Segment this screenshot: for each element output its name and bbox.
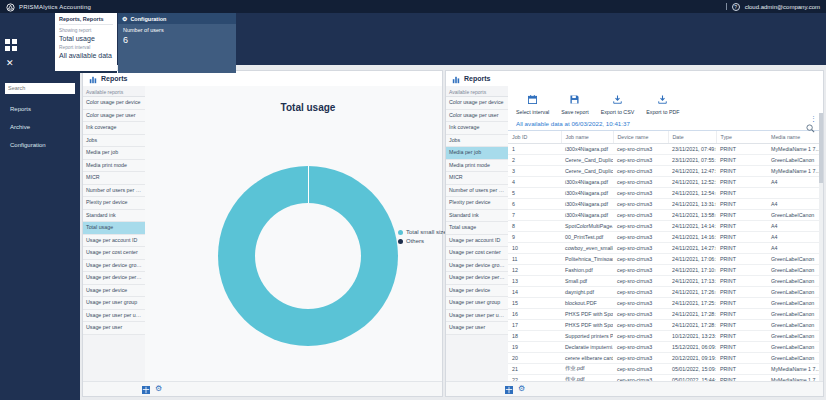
report-list-item[interactable]: MICR [83,172,145,185]
sidebar-item[interactable]: Reports [5,106,75,112]
report-list-item[interactable]: Media print mode [446,160,508,173]
report-list-item[interactable]: Plexity per device [446,197,508,210]
interval-text[interactable]: All available data at 06/03/2022, 10:41:… [516,120,630,127]
report-list-item[interactable]: Number of users per device [446,185,508,198]
table-row[interactable]: 19 Declaratie imputerni... cep-sro-cirru… [508,341,821,352]
report-list-item[interactable]: Usage per device per dev... [446,272,508,285]
column-header[interactable]: Date [668,131,716,143]
table-row[interactable]: 17 PHXS PDF with Spot ... cep-sro-cirrus… [508,319,821,330]
report-list-item[interactable]: Usage per device [446,285,508,298]
column-header[interactable]: Job name [561,131,613,143]
save-report-button[interactable]: Save report [561,90,588,115]
export-csv-button[interactable]: Export to CSV [601,90,635,115]
help-icon[interactable]: ? [732,3,740,11]
table-row[interactable]: 13 Small.pdf cep-sro-cirrus3 24/11/2021,… [508,275,821,286]
report-list-item[interactable]: Ink coverage [446,122,508,135]
column-options-icon[interactable]: ⋮ [810,115,817,122]
bar-chart-icon [452,70,460,88]
table-row[interactable]: 7 i300x4Niagara.pdf cep-sro-cirrus3 24/1… [508,209,821,220]
report-list-item[interactable]: Color usage per device [83,97,145,110]
table-row[interactable]: 21 作业.pdf cep-sro-cirrus3 05/01/2022, 15… [508,363,821,374]
table-row[interactable]: 10 cowboy_even_smalle... cep-sro-cirrus3… [508,242,821,253]
user-email[interactable]: cloud.admin@company.com [745,4,820,10]
table-row[interactable]: 20 cerere eliberare card ... cep-sro-cir… [508,352,821,363]
report-list-item[interactable]: Media per job [83,147,145,160]
report-list-item[interactable]: Total usage [446,222,508,235]
table-row[interactable]: 8 SpotColorMultiPage... cep-sro-cirrus3 … [508,220,821,231]
column-header[interactable]: Device name [613,131,668,143]
report-list-item[interactable]: Usage per cost center [446,247,508,260]
table-row[interactable]: 6 i300x4Niagara.pdf cep-sro-cirrus3 24/1… [508,198,821,209]
report-list-item[interactable]: Plexity per device [83,197,145,210]
report-list-item-label: Usage per device [449,287,490,293]
column-header[interactable]: Job ID [508,131,561,143]
report-list-item-label: Usage per user per user g... [449,312,508,318]
table-scrollbar[interactable] [819,113,823,381]
sidebar-item[interactable]: Configuration [5,142,75,148]
table-row[interactable]: 9 00_PrintTest.pdf cep-sro-cirrus3 24/11… [508,231,821,242]
close-icon[interactable]: ✕ [6,58,14,68]
report-list-item[interactable]: Usage per user [83,322,145,335]
report-list-item[interactable]: Color usage per device [446,97,508,110]
table-row[interactable]: 11 Politehnica_Timisoar... cep-sro-cirru… [508,253,821,264]
report-list-item[interactable]: Usage per account ID [446,235,508,248]
table-scrollbar-thumb[interactable] [819,113,823,183]
report-list-item[interactable]: Jobs [446,135,508,148]
chart-settings-gear-icon[interactable]: ⚙ [155,385,162,393]
table-view-icon[interactable] [505,380,513,398]
report-list-item[interactable]: Color usage per user [83,110,145,123]
report-list-item[interactable]: Standard ink [83,210,145,223]
table-toolbar: Select interval Save report Export to CS… [508,86,823,117]
report-list-item[interactable]: Media per job [446,147,508,160]
report-list-item[interactable]: Ink coverage [83,122,145,135]
report-list-item-label: Usage per user [449,324,485,330]
cell-job-name: Small.pdf [561,275,613,286]
report-list-item[interactable]: Usage per user group [446,297,508,310]
export-pdf-button[interactable]: Export to PDF [646,90,679,115]
report-list-item[interactable]: Usage per user per user g... [83,310,145,323]
report-list-item[interactable]: Jobs [83,135,145,148]
table-row[interactable]: 1 i300x4Niagara.pdf cep-sro-cirrus3 23/1… [508,143,821,154]
report-summary-title[interactable]: Reports, Reports [59,16,113,25]
table-row[interactable]: 2 Cerere_Card_Duplica... cep-sro-cirrus3… [508,154,821,165]
app-launcher-icon[interactable] [5,38,18,56]
sidebar-item[interactable]: Archive [5,124,75,130]
report-list-item[interactable]: Total usage [83,222,145,235]
column-header-label: Job ID [512,134,527,140]
configuration-widget-header[interactable]: ⚙ Configuration [118,13,236,24]
report-list-item[interactable]: Usage per device [83,285,145,298]
search-input[interactable] [5,83,75,94]
report-list-item[interactable]: Usage per user [446,322,508,335]
report-list-item[interactable]: Color usage per user [446,110,508,123]
table-row[interactable]: 3 Cerere_Card_Duplica... cep-sro-cirrus3… [508,165,821,176]
showing-report-value[interactable]: Total usage [59,35,113,42]
table-row[interactable]: 15 blockout.PDF cep-sro-cirrus3 24/11/20… [508,297,821,308]
report-list-item[interactable]: Number of users per device [83,185,145,198]
report-list-item[interactable]: Media print mode [83,160,145,173]
report-list-item[interactable]: Usage per account ID [83,235,145,248]
report-list-item[interactable]: Usage per device group [83,260,145,273]
table-row[interactable]: 5 i300x4Niagara.pdf cep-sro-cirrus3 24/1… [508,187,821,198]
report-summary-panel[interactable]: Reports, Reports Showing report Total us… [55,13,117,73]
table-row[interactable]: 14 daynight.pdf cep-sro-cirrus3 24/11/20… [508,286,821,297]
report-list-item[interactable]: Usage per user per user g... [446,310,508,323]
report-list-item[interactable]: Usage per cost center [83,247,145,260]
report-list-item[interactable]: Usage per device per dev... [83,272,145,285]
table-row[interactable]: 12 Fashion.pdf cep-sro-cirrus3 24/11/202… [508,264,821,275]
select-interval-button[interactable]: Select interval [516,90,549,115]
report-list-item[interactable]: Standard ink [446,210,508,223]
column-header[interactable]: Type [716,131,767,143]
table-view-icon[interactable] [142,380,150,398]
cell-media-name: GreenLabelCanon [767,341,821,352]
report-list-item[interactable]: MICR [446,172,508,185]
cell-type: PRINT [716,253,767,264]
table-row[interactable]: 18 Supported printers P... cep-sro-cirru… [508,330,821,341]
cell-job-name: i300x4Niagara.pdf [561,209,613,220]
report-list-item[interactable]: Usage per device group [446,260,508,273]
table-row[interactable]: 16 PHXS PDF with Spot ... cep-sro-cirrus… [508,308,821,319]
report-list-item[interactable]: Usage per user group [83,297,145,310]
report-interval-value[interactable]: All available data [59,52,113,59]
table-row[interactable]: 4 i300x4Niagara.pdf cep-sro-cirrus3 24/1… [508,176,821,187]
cell-media-name: GreenLabelCanon [767,308,821,319]
table-settings-gear-icon[interactable]: ⚙ [518,385,525,393]
